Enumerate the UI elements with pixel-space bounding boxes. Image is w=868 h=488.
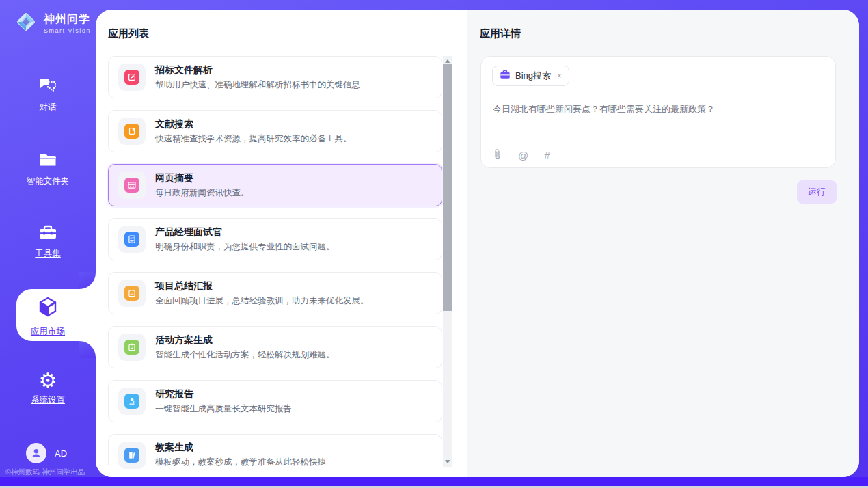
app-card-bid-document-analysis[interactable]: 招标文件解析 帮助用户快速、准确地理解和解析招标书中的关键信息 <box>108 56 442 98</box>
app-card-webpage-summary[interactable]: 网页摘要 每日政府新闻资讯快查。 <box>108 164 442 206</box>
app-title: 招标文件解析 <box>155 64 360 77</box>
icon-box <box>118 388 146 415</box>
scrollbar-thumb[interactable] <box>443 64 452 311</box>
prompt-card: Bing搜索 × 今日湖北有哪些新闻要点？有哪些需要关注的最新政策？ @ # <box>480 56 836 168</box>
app-card-pm-interviewer[interactable]: 产品经理面试官 明确身份和职责，为您提供专业性的面试问题。 <box>108 218 442 260</box>
app-title: 项目总结汇报 <box>155 280 369 293</box>
app-detail-panel: 应用详情 Bing搜索 × 今日湖北有哪些新闻要点？有哪些需要关注的最新政策？ <box>467 10 859 477</box>
resume-icon <box>124 232 139 247</box>
scroll-down-icon[interactable] <box>445 460 450 463</box>
paperclip-icon[interactable] <box>493 148 502 163</box>
app-list-title: 应用列表 <box>108 27 149 40</box>
run-button[interactable]: 运行 <box>797 180 837 204</box>
close-icon[interactable]: × <box>556 71 562 81</box>
briefcase-icon <box>500 70 511 82</box>
input-toolbar: @ # <box>493 148 550 163</box>
app-desc: 模板驱动，教案秒成，教学准备从此轻松快捷 <box>155 457 326 468</box>
cube-icon <box>36 295 59 321</box>
bottom-accent-strip <box>0 477 868 486</box>
app-list-scrollbar[interactable] <box>443 56 452 467</box>
app-desc: 帮助用户快速、准确地理解和解析招标书中的关键信息 <box>155 79 360 91</box>
copyright-text: ©神州数码·神州问学出品 <box>5 467 94 477</box>
icon-box <box>118 118 146 145</box>
main-content: 应用列表 招标文件解析 帮助用户快速、准确地理解和解析招标书中的关键信息 <box>96 10 859 477</box>
brand-logo: 神州问学 Smart Vision <box>14 10 91 37</box>
app-title: 网页摘要 <box>155 172 249 185</box>
app-card-project-summary[interactable]: 项目总结汇报 全面回顾项目进展，总结经验教训，助力未来优化发展。 <box>108 272 442 314</box>
bubble-notch-top <box>79 272 96 289</box>
toolbox-icon <box>38 224 57 243</box>
book-icon <box>124 124 139 139</box>
sidebar-item-label: 应用市场 <box>31 326 65 338</box>
app-desc: 每日政府新闻资讯快查。 <box>155 187 249 199</box>
app-title: 研究报告 <box>155 388 292 401</box>
app-desc: 全面回顾项目进展，总结经验教训，助力未来优化发展。 <box>155 295 369 307</box>
app-list-panel: 应用列表 招标文件解析 帮助用户快速、准确地理解和解析招标书中的关键信息 <box>96 10 467 477</box>
app-title: 文献搜索 <box>155 118 352 131</box>
icon-box <box>118 64 146 91</box>
icon-box <box>118 280 146 307</box>
app-desc: 明确身份和职责，为您提供专业性的面试问题。 <box>155 241 335 253</box>
books-icon <box>124 448 139 463</box>
app-card-research-report[interactable]: 研究报告 一键智能生成高质量长文本研究报告 <box>108 380 442 422</box>
chip-label: Bing搜索 <box>515 70 551 82</box>
notepad-icon <box>124 286 139 301</box>
user-initials: AD <box>55 448 67 459</box>
microscope-icon <box>124 394 139 409</box>
app-card-literature-search[interactable]: 文献搜索 快速精准查找学术资源，提高研究效率的必备工具。 <box>108 110 442 152</box>
sidebar-item-toolset[interactable]: 工具集 <box>0 224 96 260</box>
app-title: 产品经理面试官 <box>155 226 335 239</box>
app-title: 活动方案生成 <box>155 334 335 347</box>
app-card-event-plan[interactable]: 活动方案生成 智能生成个性化活动方案，轻松解决规划难题。 <box>108 326 442 368</box>
run-row: 运行 <box>467 180 837 204</box>
webpage-code-icon <box>124 178 139 193</box>
sidebar-item-label: 对话 <box>40 102 57 113</box>
bubble-notch-bottom <box>79 341 96 358</box>
app-desc: 一键智能生成高质量长文本研究报告 <box>155 403 292 415</box>
app-list: 招标文件解析 帮助用户快速、准确地理解和解析招标书中的关键信息 文献搜索 快速精… <box>108 56 442 472</box>
folder-icon <box>38 152 57 171</box>
sidebar-item-smart-folder[interactable]: 智能文件夹 <box>0 152 96 187</box>
sidebar-item-app-market[interactable]: 应用市场 <box>0 295 96 338</box>
clipboard-check-icon <box>124 340 139 355</box>
at-icon[interactable]: @ <box>518 150 528 161</box>
sidebar-item-chat[interactable]: 对话 <box>0 77 96 113</box>
icon-box <box>118 334 146 361</box>
sidebar: 神州问学 Smart Vision 对话 智能文件夹 <box>0 0 96 488</box>
icon-box <box>118 226 146 253</box>
sidebar-item-label: 智能文件夹 <box>27 176 70 187</box>
avatar <box>26 443 46 463</box>
app-detail-title: 应用详情 <box>480 27 521 40</box>
brand-name: 神州问学 <box>44 12 91 27</box>
sidebar-item-settings[interactable]: ⚙ 系统设置 <box>0 372 96 406</box>
brand-subtitle: Smart Vision <box>44 27 91 34</box>
icon-box <box>118 172 146 199</box>
app-title: 教案生成 <box>155 442 326 454</box>
user-account[interactable]: AD <box>26 443 67 463</box>
sidebar-item-label: 工具集 <box>35 248 61 260</box>
prompt-text[interactable]: 今日湖北有哪些新闻要点？有哪些需要关注的最新政策？ <box>493 103 821 116</box>
app-desc: 快速精准查找学术资源，提高研究效率的必备工具。 <box>155 133 352 145</box>
chat-icon <box>38 77 57 97</box>
app-card-lesson-plan[interactable]: 教案生成 模板驱动，教案秒成，教学准备从此轻松快捷 <box>108 434 442 465</box>
gear-icon: ⚙ <box>39 372 57 390</box>
sidebar-item-label: 系统设置 <box>31 394 65 406</box>
icon-box <box>118 442 146 469</box>
hash-icon[interactable]: # <box>544 150 550 161</box>
scroll-up-icon[interactable] <box>445 59 450 63</box>
brand-diamond-icon <box>14 10 38 37</box>
document-edit-icon <box>124 70 139 85</box>
app-desc: 智能生成个性化活动方案，轻松解决规划难题。 <box>155 349 335 361</box>
bing-search-chip[interactable]: Bing搜索 × <box>492 66 569 86</box>
